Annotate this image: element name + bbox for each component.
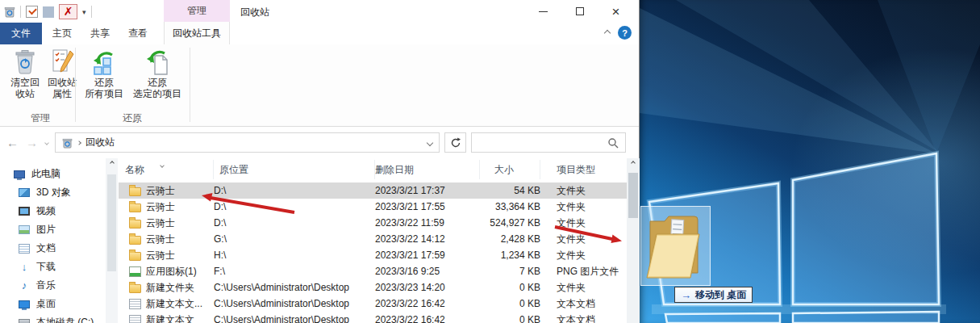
table-row[interactable]: 云骑士 D:\ 2023/3/22 11:59 524,927 KB 文件夹 [119,215,627,231]
file-type-icon [129,252,141,261]
checkbox-icon[interactable] [26,6,38,18]
forward-button[interactable]: → [26,136,38,149]
sidebar-item-label: 音乐 [36,279,56,292]
dropdown-icon[interactable]: ▾ [82,8,86,16]
search-box[interactable] [471,132,626,153]
column-header-item-type[interactable]: 项目类型 [557,160,637,179]
restore-selected-items-icon [144,48,171,75]
minimize-button[interactable] [525,0,561,23]
sidebar-item[interactable]: 桌面 [0,295,106,313]
file-type-icon [129,284,141,293]
column-header-size[interactable]: 大小 [480,160,540,179]
explorer-window: ✗ ▾ 管理 回收站 × 文件 主页 共享 查看 回收站工具 ? [0,0,640,323]
button-label: 清空回 收站 [10,77,40,99]
restore-selected-items-button[interactable]: 还原 选定的项目 [129,48,186,99]
file-list-scrollbar[interactable] [627,158,640,323]
table-row[interactable]: 云骑士 D:\ 2023/3/21 17:37 54 KB 文件夹 [119,182,627,199]
table-row[interactable]: 云骑士 H:\ 2023/3/21 17:59 1,234 KB 文件夹 [119,247,627,263]
table-row[interactable]: 新建文本文... C:\Users\Administrator\Desktop … [119,296,627,312]
dragged-folder-icon[interactable] [644,210,708,284]
group-separator [190,48,190,122]
sidebar-item-icon [19,262,30,272]
windows-logo-pane-bottom-left [665,313,780,323]
maximize-button[interactable] [561,0,598,23]
recycle-bin-properties-button[interactable]: 回收站 属性 [45,48,79,99]
file-size: 54 KB [480,185,540,196]
contextual-tab-header: 管理 [164,0,230,22]
sidebar-item-label: 下载 [36,260,56,274]
sidebar-list: 此电脑 3D 对象 视频 图片 文档 [0,165,106,323]
file-item-type: 文本文档 [557,297,637,311]
file-date-deleted: 2023/3/22 11:59 [375,217,480,229]
breadcrumb-location[interactable]: 回收站 [85,136,423,149]
scroll-up-icon[interactable] [631,161,636,166]
sidebar-scrollbar[interactable] [106,158,118,323]
file-name: 新建文本文 [146,313,194,323]
scrollbar-thumb[interactable] [107,174,116,271]
table-row[interactable]: 云骑士 D:\ 2023/3/21 17:55 33,364 KB 文件夹 [119,199,627,215]
history-dropdown-icon[interactable] [44,141,49,145]
column-header-original-location[interactable]: 原位置 [214,160,375,179]
drag-tooltip-label: 移动到 桌面 [695,288,746,302]
minimize-icon [539,11,548,12]
tab-file[interactable]: 文件 [0,23,42,44]
breadcrumb-chevron-icon[interactable] [77,141,81,145]
delete-x-icon[interactable]: ✗ [59,4,77,19]
sidebar-item[interactable]: 图片 [0,220,106,239]
refresh-button[interactable] [444,132,466,153]
scrollbar-thumb[interactable] [628,173,638,218]
search-input[interactable] [478,137,607,149]
table-row[interactable]: 云骑士 G:\ 2023/3/22 14:12 2,428 KB 文件夹 [119,231,627,247]
table-row[interactable]: 新建文本文 C:\Users\Administrator\Desktop 202… [119,312,627,323]
sidebar-item[interactable]: 本地磁盘 (C:) [0,313,106,323]
restore-all-items-icon [90,48,118,75]
titlebar[interactable]: ✗ ▾ 管理 回收站 × [0,0,639,23]
file-item-type: 文本文档 [557,313,637,323]
close-button[interactable]: × [598,0,634,23]
column-header-date-deleted[interactable]: 删除日期 [375,160,480,179]
file-name: 云骑士 [146,233,175,246]
file-date-deleted: 2023/3/23 14:20 [375,282,480,293]
sidebar-item[interactable]: 3D 对象 [0,183,106,202]
file-size: 524,927 KB [480,217,540,229]
address-bar[interactable]: 回收站 [55,132,440,153]
sidebar-item[interactable]: 音乐 [0,276,106,295]
file-date-deleted: 2023/3/22 16:42 [375,298,480,309]
empty-recycle-bin-button[interactable]: 清空回 收站 [6,48,44,99]
help-button[interactable]: ? [618,26,632,40]
table-row[interactable]: 新建文件夹 C:\Users\Administrator\Desktop 202… [119,279,627,296]
file-original-location: D:\ [214,185,375,196]
sidebar-item-icon [19,319,30,323]
button-label: 还原 所有项目 [85,77,123,99]
drag-move-tooltip: → 移动到 桌面 [674,287,753,303]
file-original-location: C:\Users\Administrator\Desktop [214,298,375,309]
sidebar-item[interactable]: 文档 [0,239,106,258]
sidebar-item[interactable]: 此电脑 [0,165,106,183]
file-type-icon [129,236,141,245]
table-row[interactable]: 应用图标(1) F:\ 2023/3/16 9:25 7 KB PNG 图片文件 [119,263,627,279]
sidebar-item-icon [19,188,30,197]
recycle-bin-icon[interactable] [4,6,15,18]
file-list: 名称 原位置 删除日期 大小 项目类型 云骑士 D:\ 202 [119,158,627,323]
tab-view[interactable]: 查看 [119,23,156,44]
address-dropdown-icon[interactable] [427,139,433,145]
search-icon[interactable] [607,137,619,149]
scroll-up-icon[interactable] [110,161,115,166]
sidebar-item[interactable]: 下载 [0,258,106,276]
restore-all-items-button[interactable]: 还原 所有项目 [79,48,129,99]
file-name: 应用图标(1) [146,265,197,279]
back-button[interactable]: ← [6,136,19,149]
file-name: 云骑士 [146,249,175,262]
tab-share[interactable]: 共享 [81,23,119,44]
tab-recycle-bin-tools[interactable]: 回收站工具 [164,22,230,44]
navigation-bar: ← → ↑ 回收站 [0,127,639,158]
tab-home[interactable]: 主页 [44,23,81,44]
toolbar-separator [20,6,21,18]
group-separator [75,48,76,122]
file-type-icon [129,315,141,323]
collapse-ribbon-icon[interactable] [604,30,611,36]
sidebar-item-icon [19,281,30,291]
sidebar-item[interactable]: 视频 [0,202,106,220]
column-header-name[interactable]: 名称 [119,160,214,179]
square-icon[interactable] [43,6,54,18]
